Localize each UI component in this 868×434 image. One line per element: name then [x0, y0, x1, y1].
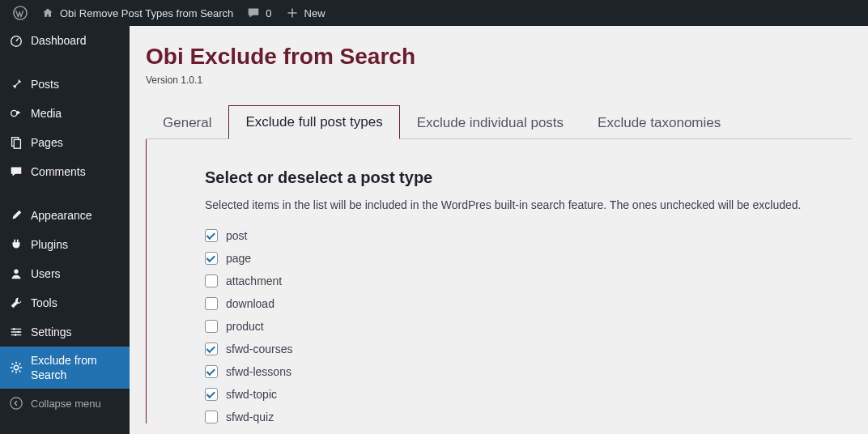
- tab-general[interactable]: General: [146, 106, 228, 139]
- post-type-label: product: [226, 320, 264, 333]
- sidebar-item-label: Tools: [31, 296, 57, 309]
- tab-exclude-taxonomies[interactable]: Exclude taxonomies: [581, 106, 738, 139]
- tab-panel-exclude-post-types: Select or deselect a post type Selected …: [146, 139, 852, 423]
- plugin-version: Version 1.0.1: [146, 74, 852, 86]
- checkbox-sfwd-quiz[interactable]: [205, 411, 218, 423]
- checkbox-sfwd-lessons[interactable]: [205, 365, 218, 378]
- main-content: Obi Exclude from Search Version 1.0.1 Ge…: [130, 26, 868, 434]
- post-type-row-download: download: [205, 297, 813, 310]
- sidebar-item-label: Users: [31, 267, 61, 280]
- sidebar-item-comments[interactable]: Comments: [0, 157, 130, 186]
- checkbox-sfwd-courses[interactable]: [205, 343, 218, 355]
- collapse-icon: [8, 395, 24, 411]
- sidebar-item-label: Posts: [31, 78, 59, 91]
- sidebar-item-label: Media: [31, 107, 62, 120]
- sidebar-item-label: Collapse menu: [31, 398, 101, 410]
- pages-icon: [8, 134, 24, 151]
- sidebar-item-users[interactable]: Users: [0, 259, 130, 288]
- wp-logo[interactable]: [6, 0, 34, 26]
- comment-icon: [246, 6, 261, 20]
- post-type-label: page: [226, 252, 251, 265]
- tab-nav: GeneralExclude full post typesExclude in…: [146, 105, 852, 139]
- sidebar-item-label: Plugins: [31, 238, 68, 251]
- post-type-row-product: product: [205, 320, 813, 333]
- svg-point-9: [14, 365, 18, 369]
- post-type-row-attachment: attachment: [205, 274, 813, 287]
- post-type-row-post: post: [205, 229, 813, 242]
- wordpress-icon: [13, 6, 28, 20]
- checkbox-sfwd-topic[interactable]: [205, 388, 218, 401]
- post-type-label: sfwd-quiz: [226, 411, 274, 423]
- brush-icon: [8, 207, 24, 223]
- sliders-icon: [8, 324, 24, 340]
- gear-icon: [8, 360, 24, 376]
- sidebar-item-media[interactable]: Media: [0, 99, 130, 128]
- sidebar-item-plugins[interactable]: Plugins: [0, 230, 130, 259]
- sidebar-item-dashboard[interactable]: Dashboard: [0, 26, 130, 55]
- post-type-row-page: page: [205, 252, 813, 265]
- post-type-label: post: [226, 229, 247, 242]
- post-type-label: sfwd-courses: [226, 343, 292, 355]
- post-type-label: attachment: [226, 274, 282, 287]
- new-label: New: [304, 7, 326, 19]
- post-type-label: download: [226, 297, 274, 310]
- svg-point-2: [11, 110, 17, 116]
- checkbox-attachment[interactable]: [205, 274, 218, 287]
- admin-sidebar: DashboardPostsMediaPagesCommentsAppearan…: [0, 26, 130, 434]
- comments-count: 0: [266, 7, 271, 19]
- panel-heading: Select or deselect a post type: [205, 168, 813, 187]
- svg-point-5: [14, 270, 18, 274]
- svg-point-6: [13, 328, 15, 330]
- sidebar-item-exclude-search[interactable]: Exclude from Search: [0, 347, 130, 389]
- svg-point-10: [11, 398, 22, 409]
- sidebar-item-label: Exclude from Search: [31, 353, 121, 382]
- checkbox-post[interactable]: [205, 229, 218, 242]
- sidebar-item-settings[interactable]: Settings: [0, 317, 130, 347]
- sidebar-item-pages[interactable]: Pages: [0, 128, 130, 157]
- checkbox-download[interactable]: [205, 297, 218, 310]
- user-icon: [8, 266, 24, 282]
- post-type-row-sfwd-lessons: sfwd-lessons: [205, 365, 813, 378]
- comments-link[interactable]: 0: [240, 0, 278, 26]
- svg-rect-4: [14, 139, 20, 148]
- svg-point-8: [15, 334, 17, 336]
- sidebar-item-collapse[interactable]: Collapse menu: [0, 389, 130, 418]
- admin-bar: Obi Remove Post Types from Search 0 New: [0, 0, 868, 26]
- svg-point-7: [17, 331, 19, 334]
- panel-description: Selected items in the list will be inclu…: [205, 198, 813, 211]
- tab-exclude-post-types[interactable]: Exclude full post types: [228, 105, 399, 139]
- post-type-row-sfwd-quiz: sfwd-quiz: [205, 411, 813, 423]
- post-type-label: sfwd-lessons: [226, 365, 291, 378]
- post-type-row-sfwd-topic: sfwd-topic: [205, 388, 813, 401]
- post-type-label: sfwd-topic: [226, 388, 277, 401]
- post-type-row-sfwd-courses: sfwd-courses: [205, 343, 813, 355]
- sidebar-item-posts[interactable]: Posts: [0, 70, 130, 99]
- checkbox-page[interactable]: [205, 252, 218, 265]
- plus-icon: [285, 6, 300, 20]
- sidebar-item-label: Pages: [31, 136, 63, 149]
- tab-exclude-posts[interactable]: Exclude individual posts: [400, 106, 581, 139]
- new-content-link[interactable]: New: [279, 0, 332, 26]
- plug-icon: [8, 236, 24, 253]
- comment-icon: [8, 164, 24, 180]
- svg-point-1: [11, 36, 22, 47]
- wrench-icon: [8, 295, 24, 311]
- media-icon: [8, 105, 24, 121]
- checkbox-product[interactable]: [205, 320, 218, 333]
- sidebar-item-appearance[interactable]: Appearance: [0, 201, 130, 230]
- page-title: Obi Exclude from Search: [146, 44, 852, 70]
- site-link[interactable]: Obi Remove Post Types from Search: [34, 0, 240, 26]
- pin-icon: [8, 76, 24, 92]
- post-type-list: postpageattachmentdownloadproductsfwd-co…: [205, 229, 813, 423]
- home-icon: [40, 6, 55, 20]
- sidebar-item-tools[interactable]: Tools: [0, 288, 130, 317]
- sidebar-item-label: Appearance: [31, 209, 92, 222]
- sidebar-item-label: Comments: [31, 165, 86, 178]
- sidebar-item-label: Dashboard: [31, 34, 87, 47]
- sidebar-item-label: Settings: [31, 326, 72, 338]
- dashboard-icon: [8, 32, 24, 49]
- site-name: Obi Remove Post Types from Search: [60, 7, 233, 19]
